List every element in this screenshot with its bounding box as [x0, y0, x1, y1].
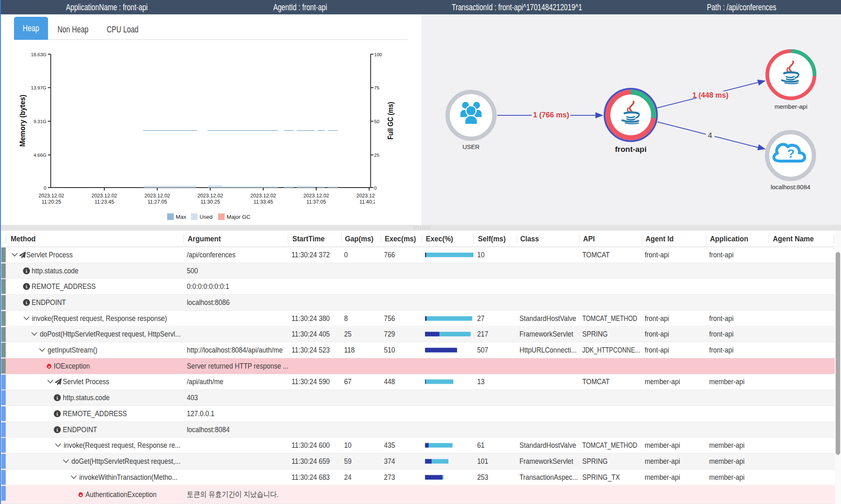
svg-text:localhost:8084: localhost:8084: [771, 183, 811, 190]
svg-text:2023.12.02: 2023.12.02: [356, 193, 382, 199]
svg-text:9.31G: 9.31G: [34, 119, 46, 124]
svg-text:50: 50: [374, 119, 379, 124]
svg-text:11:33:45: 11:33:45: [253, 199, 273, 205]
svg-text:2023.12.02: 2023.12.02: [303, 193, 329, 199]
svg-text:member-api: member-api: [774, 103, 807, 110]
svg-text:4.66G: 4.66G: [34, 153, 46, 158]
svg-text:2023.12.02: 2023.12.02: [198, 193, 223, 199]
svg-text:2023.12.02: 2023.12.02: [39, 193, 64, 199]
svg-text:11:20:25: 11:20:25: [41, 199, 61, 205]
svg-text:USER: USER: [462, 143, 480, 150]
svg-text:1 (448 ms): 1 (448 ms): [692, 91, 728, 99]
svg-text:13.97G: 13.97G: [31, 85, 46, 90]
svg-text:25: 25: [374, 153, 379, 158]
svg-text:front-api: front-api: [615, 145, 646, 153]
svg-text:Full GC (ms): Full GC (ms): [386, 102, 395, 140]
svg-text:11:30:25: 11:30:25: [200, 199, 220, 205]
svg-text:Major GC: Major GC: [227, 214, 250, 220]
svg-text:11:23:45: 11:23:45: [94, 199, 114, 205]
svg-text:Used: Used: [200, 214, 213, 220]
svg-text:100: 100: [374, 52, 382, 57]
svg-text:11:40:25: 11:40:25: [359, 199, 379, 205]
svg-text:?: ?: [787, 147, 795, 160]
svg-text:Memory (bytes): Memory (bytes): [18, 95, 27, 147]
svg-text:11:37:05: 11:37:05: [306, 199, 326, 205]
svg-text:75: 75: [374, 85, 379, 90]
svg-text:0: 0: [44, 186, 46, 190]
svg-text:11:27:05: 11:27:05: [147, 199, 167, 205]
svg-text:2023.12.02: 2023.12.02: [145, 193, 170, 199]
svg-text:18.63G: 18.63G: [31, 52, 46, 57]
svg-text:Max: Max: [176, 214, 186, 220]
svg-text:0: 0: [374, 186, 377, 190]
svg-text:2023.12.02: 2023.12.02: [250, 193, 276, 199]
svg-text:2023.12.02: 2023.12.02: [92, 193, 117, 199]
svg-text:1 (766 ms): 1 (766 ms): [533, 111, 569, 119]
svg-text:4: 4: [708, 131, 712, 140]
